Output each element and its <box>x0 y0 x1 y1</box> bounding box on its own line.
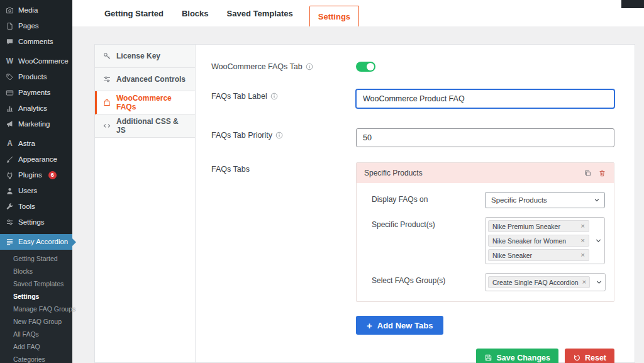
tab-label: Saved Templates <box>227 9 293 18</box>
submenu-item-manage-faq-groups[interactable]: Manage FAQ Groups <box>0 303 72 315</box>
settings-icon <box>6 218 14 226</box>
submenu-item-saved-templates[interactable]: Saved Templates <box>0 277 72 290</box>
product-chip: Nike Sneaker for Women × <box>488 235 589 247</box>
field-faqs-tab-label: FAQs Tab Label <box>211 89 614 108</box>
payments-icon <box>6 89 14 97</box>
settings-nav-woocommerce-faqs[interactable]: WooCommerce FAQs <box>95 91 195 114</box>
sidebar-item-label: Marketing <box>18 120 50 128</box>
display-faqs-on-select[interactable]: Specific Products <box>485 192 605 208</box>
save-changes-button[interactable]: Save Changes <box>476 349 558 363</box>
sidebar-item-appearance[interactable]: Appearance <box>0 152 72 167</box>
trash-icon[interactable] <box>598 169 606 177</box>
sidebar-item-label: Astra <box>18 140 35 148</box>
settings-nav-additional-css-js[interactable]: Additional CSS & JS <box>95 114 195 138</box>
reset-button[interactable]: Reset <box>565 349 614 363</box>
card-title: Specific Products <box>364 169 423 177</box>
product-chip: Nike Sneaker × <box>488 249 589 261</box>
submenu-item-new-faq-group[interactable]: New FAQ Group <box>0 315 72 328</box>
faqs-tab-label-input[interactable] <box>356 89 614 108</box>
chip-label: Nike Sneaker <box>492 252 532 259</box>
sidebar-item-marketing[interactable]: Marketing <box>0 116 72 132</box>
settings-nav-advanced-controls[interactable]: Advanced Controls <box>95 68 195 91</box>
tab-saved-templates[interactable]: Saved Templates <box>225 0 295 26</box>
field-faqs-tabs: FAQs Tabs Specific Products <box>211 162 614 302</box>
field-label: FAQs Tabs <box>211 162 356 174</box>
shopping-bag-icon <box>103 98 111 107</box>
plugin-tab-bar: Getting Started Blocks Saved Templates S… <box>72 0 644 26</box>
tab-label: Settings <box>318 12 350 21</box>
info-icon[interactable] <box>270 92 278 100</box>
add-new-tabs-button[interactable]: + Add New Tabs <box>356 316 443 335</box>
remove-chip-icon[interactable]: × <box>580 237 585 245</box>
sidebar-item-media[interactable]: Media <box>0 3 72 18</box>
users-icon <box>6 187 14 195</box>
tab-settings[interactable]: Settings <box>309 6 359 26</box>
submenu-item-all-faqs[interactable]: All FAQs <box>0 328 72 340</box>
sidebar-item-plugins[interactable]: Plugins 6 <box>0 167 72 183</box>
sidebar-item-pages[interactable]: Pages <box>0 18 72 34</box>
remove-chip-icon[interactable]: × <box>580 252 585 259</box>
sidebar-item-payments[interactable]: Payments <box>0 85 72 101</box>
field-faqs-tab-priority: FAQs Tab Priority <box>211 128 614 147</box>
specific-products-multiselect[interactable]: Nike Premium Sneaker × Nike Sneaker for … <box>485 217 605 264</box>
marketing-icon <box>6 120 14 128</box>
field-label-text: Select FAQs Group(s) <box>372 273 485 285</box>
sidebar-item-label: Payments <box>18 89 50 97</box>
field-label-text: Display FAQs on <box>372 192 485 204</box>
field-woocommerce-faqs-tab: WooCommerce FAQs Tab <box>211 60 614 72</box>
media-icon <box>6 6 14 14</box>
reset-label: Reset <box>585 354 606 362</box>
sidebar-item-label: Settings <box>18 218 45 226</box>
remove-chip-icon[interactable]: × <box>580 223 585 230</box>
settings-panel: License Key Advanced Controls WooCommerc… <box>94 44 635 363</box>
info-icon[interactable] <box>306 63 313 70</box>
tab-blocks[interactable]: Blocks <box>180 0 211 26</box>
chevron-down-icon[interactable] <box>592 218 604 264</box>
sidebar-item-label: Comments <box>18 38 53 46</box>
sidebar-item-users[interactable]: Users <box>0 183 72 199</box>
submenu-item-getting-started[interactable]: Getting Started <box>0 252 72 265</box>
sidebar-item-tools[interactable]: Tools <box>0 199 72 215</box>
sidebar-item-settings[interactable]: Settings <box>0 215 72 230</box>
faq-groups-multiselect[interactable]: Create Single FAQ Accordion × <box>485 273 606 291</box>
field-label-text: FAQs Tabs <box>211 165 250 174</box>
analytics-icon <box>6 104 14 113</box>
woocommerce-faqs-tab-toggle[interactable] <box>356 62 375 72</box>
sidebar-item-analytics[interactable]: Analytics <box>0 101 72 116</box>
admin-bar-artifact <box>621 0 644 8</box>
card-actions <box>584 169 606 177</box>
faq-tab-card-header[interactable]: Specific Products <box>357 163 614 183</box>
remove-chip-icon[interactable]: × <box>582 279 587 286</box>
astra-icon: A <box>6 140 14 148</box>
submenu-item-blocks[interactable]: Blocks <box>0 265 72 277</box>
sidebar-item-woocommerce[interactable]: W WooCommerce <box>0 53 72 69</box>
info-icon[interactable] <box>275 131 283 139</box>
sidebar-item-easy-accordion[interactable]: Easy Accordion <box>0 234 72 250</box>
tab-getting-started[interactable]: Getting Started <box>103 0 165 26</box>
sidebar-item-comments[interactable]: Comments <box>0 34 72 50</box>
submenu-item-categories[interactable]: Categories <box>0 353 72 363</box>
sidebar-item-label: Products <box>18 73 47 81</box>
sidebar-item-label: WooCommerce <box>18 57 69 65</box>
faqs-tab-priority-input[interactable] <box>356 128 614 147</box>
plugins-count-badge: 6 <box>48 171 57 179</box>
sliders-icon <box>103 75 111 84</box>
sidebar-item-label: Easy Accordion <box>18 238 68 246</box>
submenu-item-settings[interactable]: Settings <box>0 290 72 303</box>
sidebar-item-label: Tools <box>18 203 35 211</box>
sidebar-item-products[interactable]: Products <box>0 69 72 85</box>
field-control <box>356 128 614 147</box>
sidebar-item-astra[interactable]: A Astra <box>0 136 72 152</box>
reset-icon <box>573 354 581 362</box>
chip-label: Nike Sneaker for Women <box>492 237 566 245</box>
field-specific-products: Specific Product(s) Nike Premium Sneaker… <box>372 217 605 264</box>
chevron-down-icon[interactable] <box>592 274 605 291</box>
submenu-item-add-faq[interactable]: Add FAQ <box>0 340 72 353</box>
settings-nav-label: Advanced Controls <box>116 75 186 84</box>
faq-tab-card: Specific Products Display FAQs on <box>356 162 614 302</box>
settings-nav-license-key[interactable]: License Key <box>95 45 195 68</box>
duplicate-icon[interactable] <box>584 169 592 177</box>
field-label: FAQs Tab Label <box>211 89 356 101</box>
selected-groups: Create Single FAQ Accordion × <box>486 274 592 291</box>
plugins-icon <box>6 171 14 179</box>
